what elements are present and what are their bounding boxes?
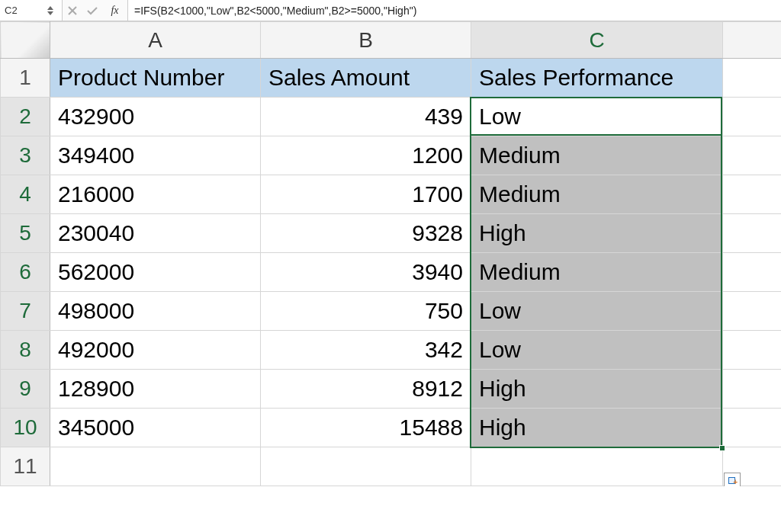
cell-D6[interactable] [723,253,782,292]
cell-B3[interactable]: 1200 [261,136,471,175]
cell-C9[interactable]: High [471,370,723,409]
cell-A1[interactable]: Product Number [50,59,261,98]
row-header-3[interactable]: 3 [1,136,50,175]
cell-A3[interactable]: 349400 [50,136,261,175]
name-box-stepper[interactable] [47,5,57,16]
column-header-D[interactable] [723,22,782,59]
accept-formula-button[interactable] [82,0,102,21]
cell-A10[interactable]: 345000 [50,409,261,447]
autofill-options-button[interactable]: + [724,473,741,486]
name-box-text: C2 [5,5,45,16]
cell-B4[interactable]: 1700 [261,175,471,214]
cell-C5[interactable]: High [471,214,723,253]
row-header-1[interactable]: 1 [1,59,50,98]
cell-B2[interactable]: 439 [261,98,471,136]
cell-D9[interactable] [723,370,782,409]
svg-marker-0 [47,6,53,10]
row-header-9[interactable]: 9 [1,370,50,409]
cell-B7[interactable]: 750 [261,292,471,331]
cell-C8[interactable]: Low [471,331,723,370]
spreadsheet-grid[interactable]: A B C 1 Product Number Sales Amount Sale… [0,21,781,486]
cell-D7[interactable] [723,292,782,331]
select-all-corner[interactable] [1,22,50,59]
cell-A9[interactable]: 128900 [50,370,261,409]
column-header-B[interactable]: B [261,22,471,59]
cell-C4[interactable]: Medium [471,175,723,214]
row-header-11[interactable]: 11 [1,447,50,486]
cell-D2[interactable] [723,98,782,136]
row-header-6[interactable]: 6 [1,253,50,292]
formula-bar-input[interactable]: =IFS(B2<1000,"Low",B2<5000,"Medium",B2>=… [128,0,781,21]
cell-B9[interactable]: 8912 [261,370,471,409]
formula-toolbar: C2 fx =IFS(B2<1000,"Low",B2<5000,"Medium… [0,0,781,21]
insert-function-button[interactable]: fx [102,0,128,21]
cell-C10[interactable]: High [471,409,723,447]
cell-D10[interactable] [723,409,782,447]
cell-A2[interactable]: 432900 [50,98,261,136]
cell-B6[interactable]: 3940 [261,253,471,292]
cell-B10[interactable]: 15488 [261,409,471,447]
cell-D1[interactable] [723,59,782,98]
cell-C7[interactable]: Low [471,292,723,331]
cell-C11[interactable] [471,447,723,486]
cell-D3[interactable] [723,136,782,175]
cell-A8[interactable]: 492000 [50,331,261,370]
svg-marker-1 [47,11,53,15]
row-header-4[interactable]: 4 [1,175,50,214]
cell-D8[interactable] [723,331,782,370]
row-header-2[interactable]: 2 [1,98,50,136]
cell-C6[interactable]: Medium [471,253,723,292]
cell-C2[interactable] [471,98,723,136]
cell-B1[interactable]: Sales Amount [261,59,471,98]
cell-C3[interactable]: Medium [471,136,723,175]
column-header-C[interactable]: C [471,22,723,59]
cell-B11[interactable] [261,447,471,486]
cancel-formula-button[interactable] [63,0,82,21]
cell-D5[interactable] [723,214,782,253]
cell-C1[interactable]: Sales Performance [471,59,723,98]
row-header-8[interactable]: 8 [1,331,50,370]
formula-text: =IFS(B2<1000,"Low",B2<5000,"Medium",B2>=… [134,5,416,17]
column-header-A[interactable]: A [50,22,261,59]
cell-B5[interactable]: 9328 [261,214,471,253]
row-header-7[interactable]: 7 [1,292,50,331]
cell-A6[interactable]: 562000 [50,253,261,292]
cell-B8[interactable]: 342 [261,331,471,370]
cell-A7[interactable]: 498000 [50,292,261,331]
cell-A5[interactable]: 230040 [50,214,261,253]
cell-A4[interactable]: 216000 [50,175,261,214]
row-header-5[interactable]: 5 [1,214,50,253]
cell-A11[interactable] [50,447,261,486]
fill-handle[interactable] [719,445,725,451]
fx-label: fx [111,5,118,17]
cell-D4[interactable] [723,175,782,214]
name-box[interactable]: C2 [0,0,63,21]
row-header-10[interactable]: 10 [1,409,50,447]
